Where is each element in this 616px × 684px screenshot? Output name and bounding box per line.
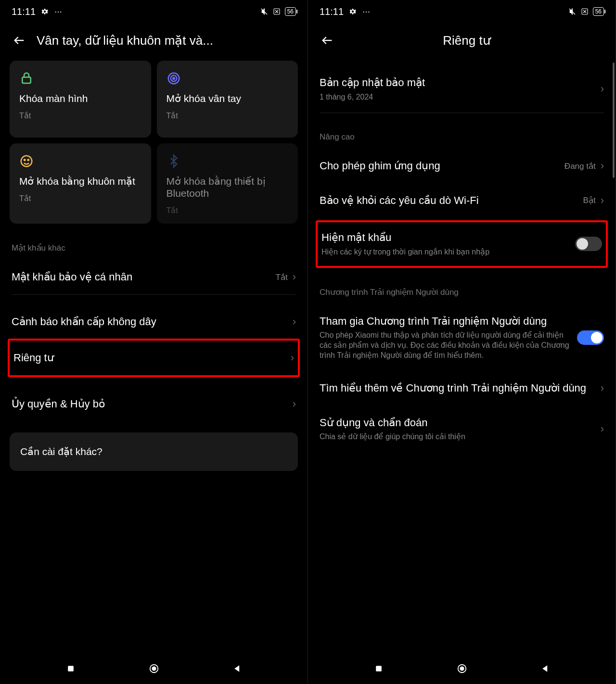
nav-back-icon[interactable] — [539, 663, 551, 674]
more-icon: ⋯ — [54, 7, 63, 16]
svg-rect-5 — [22, 77, 31, 84]
card-title: Khóa màn hình — [19, 92, 141, 104]
page-header: Riêng tư — [308, 23, 616, 56]
row-title: Bản cập nhật bảo mật — [320, 76, 595, 89]
card-status: Tắt — [167, 206, 289, 215]
row-title: Bảo vệ khỏi các yêu cầu dò Wi-Fi — [320, 194, 578, 207]
row-title: Sử dụng và chẩn đoán — [320, 416, 595, 430]
card-bluetooth-unlock[interactable]: Mở khóa bằng thiết bị Bluetooth Tắt — [157, 143, 298, 224]
chevron-right-icon: › — [601, 160, 604, 172]
card-status: Tắt — [19, 194, 141, 203]
section-user-experience: Chương trình Trải nghiệm Người dùng — [318, 268, 606, 304]
highlight-show-password: Hiện mật khẩu Hiện các ký tự trong thời … — [316, 220, 608, 267]
row-title: Ủy quyền & Hủy bỏ — [12, 397, 287, 411]
more-icon: ⋯ — [362, 7, 371, 16]
row-title: Riêng tư — [13, 351, 285, 365]
row-title: Mật khẩu bảo vệ cá nhân — [12, 270, 270, 284]
chevron-right-icon: › — [601, 83, 604, 95]
scroll-indicator[interactable] — [613, 63, 615, 178]
fingerprint-icon — [167, 71, 181, 86]
nav-back-icon[interactable] — [231, 663, 243, 674]
toggle-join-uep[interactable] — [577, 330, 604, 345]
row-value: Đang tắt — [565, 161, 596, 171]
row-value: Bật — [583, 195, 596, 205]
card-title: Mở khóa vân tay — [167, 92, 289, 104]
svg-rect-20 — [376, 666, 382, 671]
phone-left: 11:11 ⋯ 56 Vân tay, dữ liệu khuôn mặt và… — [0, 0, 308, 684]
section-other-passwords: Mật khẩu khác — [10, 224, 298, 260]
content-area: Bản cập nhật bảo mật 1 tháng 6, 2024 › N… — [308, 56, 616, 653]
row-app-pinning[interactable]: Cho phép ghim ứng dụng Đang tắt › — [318, 149, 606, 183]
svg-point-11 — [28, 159, 29, 161]
row-emergency-alerts[interactable]: Cảnh báo khẩn cấp không dây › — [10, 304, 298, 339]
nav-recent-icon[interactable] — [65, 663, 77, 674]
svg-point-10 — [24, 159, 26, 161]
footer-more-settings[interactable]: Cần cài đặt khác? — [10, 432, 298, 471]
row-security-update[interactable]: Bản cập nhật bảo mật 1 tháng 6, 2024 › — [318, 65, 606, 113]
navigation-bar — [0, 653, 308, 684]
row-privacy[interactable]: Riêng tư › — [13, 342, 294, 373]
battery-indicator: 56 — [593, 7, 604, 16]
chevron-right-icon: › — [601, 382, 604, 394]
battery-indicator: 56 — [285, 7, 296, 16]
row-title: Tham gia Chương trình Trải nghiệm Người … — [320, 315, 571, 328]
row-title: Cảnh báo khẩn cấp không dây — [12, 315, 287, 329]
svg-point-14 — [152, 667, 155, 670]
toggle-show-password[interactable] — [575, 237, 602, 251]
back-button[interactable] — [12, 33, 27, 48]
content-area: Khóa màn hình Tắt Mở khóa vân tay Tắt Mở… — [0, 56, 308, 653]
lock-icon — [19, 71, 34, 86]
page-title: Vân tay, dữ liệu khuôn mặt và... — [37, 33, 296, 48]
svg-point-22 — [460, 667, 463, 670]
card-title: Mở khóa bằng thiết bị Bluetooth — [167, 175, 289, 199]
chevron-right-icon: › — [293, 271, 296, 283]
chevron-right-icon: › — [291, 352, 294, 364]
row-subtitle: Chia sẻ dữ liệu để giúp chúng tôi cải th… — [320, 432, 595, 442]
mute-icon — [568, 7, 577, 16]
status-bar: 11:11 ⋯ 56 — [308, 0, 616, 23]
card-face-unlock[interactable]: Mở khóa bằng khuôn mặt Tắt — [10, 143, 151, 224]
section-advanced: Nâng cao — [318, 113, 606, 149]
footer-text: Cần cài đặt khác? — [20, 446, 103, 457]
row-subtitle: 1 tháng 6, 2024 — [320, 92, 595, 102]
card-status: Tắt — [19, 111, 141, 120]
row-title: Cho phép ghim ứng dụng — [320, 159, 559, 173]
nav-home-icon[interactable] — [148, 663, 160, 674]
row-authorize-revoke[interactable]: Ủy quyền & Hủy bỏ › — [10, 387, 298, 421]
no-sim-icon — [580, 7, 589, 16]
no-sim-icon — [272, 7, 281, 16]
nav-home-icon[interactable] — [456, 663, 468, 674]
row-title: Hiện mật khẩu — [321, 231, 569, 244]
status-time: 11:11 — [12, 6, 36, 17]
row-join-uep[interactable]: Tham gia Chương trình Trải nghiệm Người … — [318, 304, 606, 371]
row-value: Tắt — [276, 272, 288, 282]
nav-recent-icon[interactable] — [373, 663, 385, 674]
gear-icon — [40, 7, 49, 16]
gear-icon — [348, 7, 357, 16]
navigation-bar — [308, 653, 616, 684]
svg-point-8 — [173, 77, 175, 79]
mute-icon — [260, 7, 269, 16]
svg-point-9 — [21, 156, 32, 167]
card-screen-lock[interactable]: Khóa màn hình Tắt — [10, 61, 151, 138]
highlight-privacy: Riêng tư › — [8, 339, 300, 377]
page-title: Riêng tư — [329, 33, 604, 48]
chevron-right-icon: › — [293, 316, 296, 328]
smile-icon — [19, 154, 34, 168]
card-fingerprint[interactable]: Mở khóa vân tay Tắt — [157, 61, 298, 138]
row-privacy-password[interactable]: Mật khẩu bảo vệ cá nhân Tắt › — [10, 260, 298, 294]
row-wifi-scan-protect[interactable]: Bảo vệ khỏi các yêu cầu dò Wi-Fi Bật › — [318, 183, 606, 218]
row-usage-diagnostics[interactable]: Sử dụng và chẩn đoán Chia sẻ dữ liệu để … — [318, 405, 606, 453]
chevron-right-icon: › — [293, 398, 296, 410]
row-learn-uep[interactable]: Tìm hiểu thêm về Chương trình Trải nghiệ… — [318, 371, 606, 405]
bluetooth-icon — [167, 154, 181, 168]
chevron-right-icon: › — [601, 423, 604, 435]
row-title: Tìm hiểu thêm về Chương trình Trải nghiệ… — [320, 381, 595, 395]
row-show-password[interactable]: Hiện mật khẩu Hiện các ký tự trong thời … — [321, 224, 602, 264]
phone-right: 11:11 ⋯ 56 Riêng tư Bản cập nhật bảo mật — [308, 0, 616, 684]
page-header: Vân tay, dữ liệu khuôn mặt và... — [0, 23, 308, 56]
chevron-right-icon: › — [601, 194, 604, 207]
card-title: Mở khóa bằng khuôn mặt — [19, 175, 141, 187]
svg-rect-12 — [68, 666, 74, 671]
row-subtitle: Hiện các ký tự trong thời gian ngắn khi … — [321, 247, 569, 257]
